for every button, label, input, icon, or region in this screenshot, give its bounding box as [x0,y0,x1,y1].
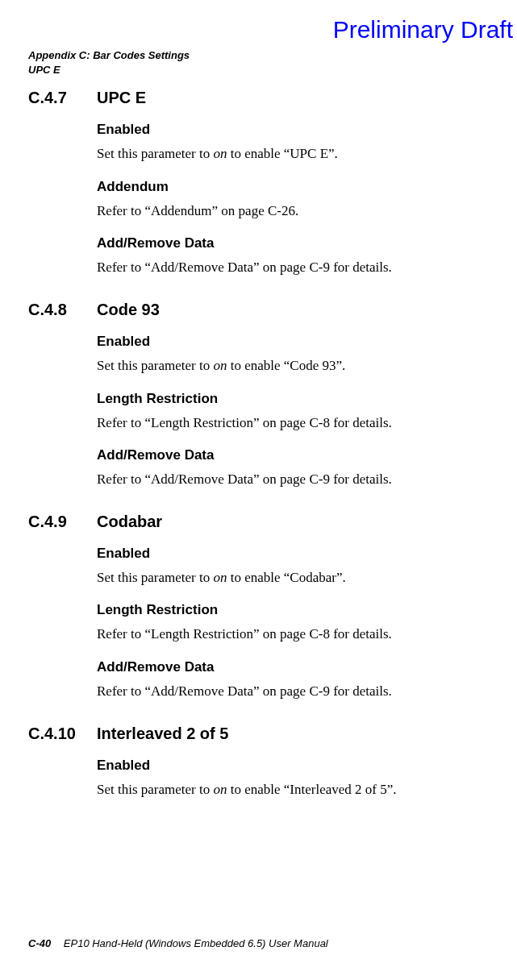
body-italic: on [213,782,227,797]
section-number: C.4.9 [28,513,97,531]
subsection-addremove: Add/Remove Data Refer to “Add/Remove Dat… [97,235,485,278]
body-pre: Set this parameter to [97,358,213,373]
page-content: C.4.7 UPC E Enabled Set this parameter t… [28,89,485,822]
section-number: C.4.10 [28,725,97,743]
appendix-label: Appendix C: Bar Codes Settings [28,48,190,63]
subsection-body: Refer to “Add/Remove Data” on page C-9 f… [97,258,485,278]
subsection-heading: Length Restriction [97,391,485,407]
body-pre: Set this parameter to [97,782,213,797]
section-c48: C.4.8 Code 93 Enabled Set this parameter… [28,301,485,490]
subsection-body: Refer to “Length Restriction” on page C-… [97,625,485,645]
manual-title: EP10 Hand-Held (Windows Embedded 6.5) Us… [64,937,328,949]
subsection-length: Length Restriction Refer to “Length Rest… [97,602,485,645]
subsection-heading: Add/Remove Data [97,659,485,675]
body-post: to enable “Code 93”. [227,358,345,373]
section-number: C.4.8 [28,301,97,319]
subsection-heading: Add/Remove Data [97,447,485,463]
subsection-heading: Enabled [97,122,485,138]
subsection-heading: Enabled [97,334,485,350]
body-italic: on [213,570,227,585]
subsection-enabled: Enabled Set this parameter to on to enab… [97,122,485,164]
subsection-heading: Enabled [97,546,485,562]
section-c47: C.4.7 UPC E Enabled Set this parameter t… [28,89,485,278]
body-pre: Set this parameter to [97,146,213,161]
subsection-body: Refer to “Addendum” on page C-26. [97,201,485,222]
body-italic: on [213,146,227,161]
subsection-enabled: Enabled Set this parameter to on to enab… [97,334,485,376]
subsection-addremove: Add/Remove Data Refer to “Add/Remove Dat… [97,447,485,490]
subsection-length: Length Restriction Refer to “Length Rest… [97,391,485,434]
subsection-body: Set this parameter to on to enable “Code… [97,356,485,376]
subsection-heading: Length Restriction [97,602,485,618]
subsection-heading: Enabled [97,758,485,774]
section-title: Interleaved 2 of 5 [97,725,485,743]
section-number: C.4.7 [28,89,97,107]
section-heading: C.4.10 Interleaved 2 of 5 [28,725,485,743]
section-heading: C.4.9 Codabar [28,513,485,531]
section-heading: C.4.8 Code 93 [28,301,485,319]
subsection-addremove: Add/Remove Data Refer to “Add/Remove Dat… [97,659,485,702]
subsection-heading: Addendum [97,179,485,195]
section-title: Code 93 [97,301,485,319]
section-c410: C.4.10 Interleaved 2 of 5 Enabled Set th… [28,725,485,800]
body-post: to enable “UPC E”. [227,146,337,161]
subsection-body: Refer to “Add/Remove Data” on page C-9 f… [97,470,485,490]
section-heading: C.4.7 UPC E [28,89,485,107]
body-post: to enable “Interleaved 2 of 5”. [227,782,396,797]
section-title: Codabar [97,513,485,531]
section-label: UPC E [28,63,190,77]
subsection-body: Refer to “Length Restriction” on page C-… [97,413,485,434]
subsection-body: Set this parameter to on to enable “Coda… [97,568,485,588]
subsection-body: Set this parameter to on to enable “Inte… [97,780,485,800]
subsection-body: Refer to “Add/Remove Data” on page C-9 f… [97,682,485,702]
subsection-heading: Add/Remove Data [97,235,485,251]
subsection-enabled: Enabled Set this parameter to on to enab… [97,546,485,588]
section-title: UPC E [97,89,485,107]
subsection-body: Set this parameter to on to enable “UPC … [97,144,485,164]
subsection-addendum: Addendum Refer to “Addendum” on page C-2… [97,179,485,222]
body-italic: on [213,358,227,373]
page-number: C-40 [28,937,51,949]
body-post: to enable “Codabar”. [227,570,345,585]
page-footer: C-40 EP10 Hand-Held (Windows Embedded 6.… [28,937,328,949]
subsection-enabled: Enabled Set this parameter to on to enab… [97,758,485,800]
body-pre: Set this parameter to [97,570,213,585]
page-header: Appendix C: Bar Codes Settings UPC E [28,48,190,77]
watermark-text: Preliminary Draft [333,16,513,44]
section-c49: C.4.9 Codabar Enabled Set this parameter… [28,513,485,702]
